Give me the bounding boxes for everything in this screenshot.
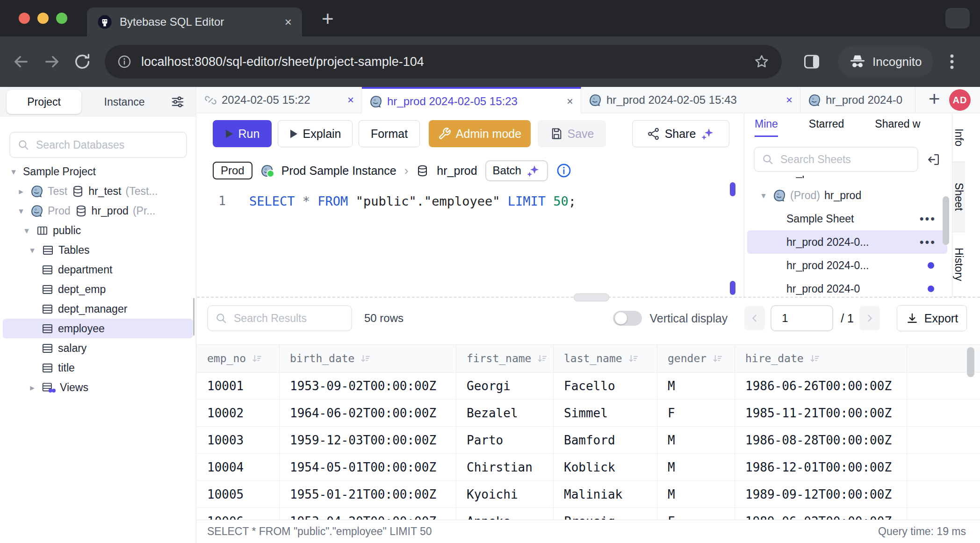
database-label: hr_test	[88, 185, 121, 198]
tree-item-salary[interactable]: salary	[3, 338, 193, 358]
next-page-button[interactable]	[859, 306, 880, 330]
browser-menu-icon[interactable]	[949, 53, 955, 70]
close-tab-icon[interactable]: ×	[285, 15, 292, 29]
editor-tab-2024-02-05-15-22[interactable]: 2024-02-05 15:22×	[197, 87, 362, 113]
prev-page-button[interactable]	[744, 306, 765, 330]
database-search[interactable]	[9, 132, 187, 158]
instance-name[interactable]: Prod Sample Instance	[281, 164, 396, 178]
tree-item-employee[interactable]: employee	[3, 319, 193, 338]
editor-scrollbar-thumb[interactable]	[730, 182, 735, 196]
table-row[interactable]: 100051955-01-21T00:00:00ZKyoichiMaliniak…	[197, 481, 980, 508]
sheet-tab-shared-w[interactable]: Shared w	[875, 118, 920, 137]
import-sheet-icon[interactable]	[926, 152, 941, 167]
sheet-tab-mine[interactable]: Mine	[755, 118, 778, 137]
side-tab-history[interactable]: History	[952, 232, 965, 297]
column-header-label: hire_date	[745, 352, 804, 364]
site-info-icon[interactable]	[117, 54, 132, 69]
sheet-tab-starred[interactable]: Starred	[809, 118, 844, 137]
editor-scrollbar-thumb-bottom[interactable]	[730, 281, 735, 295]
column-header-gender[interactable]: gender	[657, 345, 735, 372]
new-sheet-icon[interactable]: +	[929, 88, 940, 110]
sheet-item-hr-prod-2024-0[interactable]: hr_prod 2024-0...•••	[747, 230, 947, 254]
close-tab-icon[interactable]: ×	[567, 95, 573, 108]
tab-instance[interactable]: Instance	[92, 90, 157, 114]
postgres-icon	[808, 93, 821, 107]
tree-item-tables[interactable]: ▾Tables	[3, 240, 193, 260]
minimize-window-button[interactable]	[37, 13, 49, 24]
browser-tab[interactable]: Bytebase SQL Editor ×	[87, 7, 302, 36]
sheet-item-hr-prod-2024-0[interactable]: hr_prod 2024-0...	[747, 254, 947, 277]
search-databases-input[interactable]	[35, 138, 179, 152]
table-row[interactable]: 100011953-09-02T00:00:00ZGeorgiFacelloM1…	[197, 372, 980, 400]
avatar[interactable]: AD	[949, 89, 971, 111]
close-tab-icon[interactable]: ×	[786, 93, 793, 107]
side-tab-sheet[interactable]: Sheet	[952, 162, 965, 232]
reload-icon[interactable]	[73, 52, 92, 71]
sheet-item-hr-prod-2024-0[interactable]: hr_prod 2024-0...	[747, 176, 947, 184]
export-button[interactable]: Export	[897, 305, 967, 331]
filter-sliders-icon[interactable]	[171, 95, 185, 111]
table-row[interactable]: 100021964-06-02T00:00:00ZBezalelSimmelF1…	[197, 400, 980, 427]
column-header-first-name[interactable]: first_name	[456, 345, 554, 372]
admin-mode-button[interactable]: Admin mode	[429, 120, 531, 147]
editor-tab-hr-prod-2024-02-05-15-43[interactable]: hr_prod 2024-02-05 15:43×	[581, 87, 800, 113]
vertical-display-toggle[interactable]	[613, 311, 642, 326]
database-label: hr_prod	[824, 189, 861, 202]
table-scrollbar-thumb[interactable]	[967, 347, 974, 377]
side-panel-icon[interactable]	[803, 54, 820, 69]
tree-item-sample-project[interactable]: ▾Sample Project	[3, 162, 193, 181]
sql-code-area[interactable]: 1 SELECT * FROM "public"."employee" LIMI…	[197, 185, 744, 297]
panel-drag-handle[interactable]	[574, 293, 609, 301]
tree-item-public[interactable]: ▾public	[3, 221, 193, 240]
sheet-item-sample-sheet[interactable]: Sample Sheet•••	[747, 207, 947, 230]
share-button[interactable]: Share	[632, 120, 729, 147]
maximize-window-button[interactable]	[56, 13, 67, 24]
explain-button[interactable]: Explain	[278, 120, 353, 147]
bookmark-star-icon[interactable]	[754, 54, 770, 70]
run-button[interactable]: Run	[213, 120, 272, 147]
column-header-hire-date[interactable]: hire_date	[735, 345, 907, 372]
results-search[interactable]	[207, 305, 352, 331]
tree-item-dept-manager[interactable]: dept_manager	[3, 299, 193, 319]
tab-project[interactable]: Project	[7, 90, 81, 114]
format-button[interactable]: Format	[359, 120, 420, 147]
column-header-emp-no[interactable]: emp_no	[197, 345, 280, 372]
editor-tabbar: 2024-02-05 15:22×hr_prod 2024-02-05 15:2…	[197, 87, 980, 113]
database-name[interactable]: hr_prod	[437, 164, 477, 178]
side-tab-info[interactable]: Info	[952, 113, 965, 162]
save-button[interactable]: Save	[538, 120, 606, 147]
forward-icon[interactable]	[42, 52, 62, 71]
back-icon[interactable]	[11, 52, 31, 71]
batch-button[interactable]: Batch	[485, 160, 548, 181]
tab-search-chevron-button[interactable]	[945, 8, 970, 29]
sheet-item-hr-prod-2024-0[interactable]: hr_prod 2024-0	[747, 277, 947, 297]
tree-item-title[interactable]: title	[3, 358, 193, 378]
sheet-group-hr-prod[interactable]: ▾(Prod)hr_prod	[747, 184, 947, 207]
tree-item-views[interactable]: ▸Views	[3, 378, 193, 397]
more-options-icon[interactable]: •••	[920, 212, 936, 226]
close-tab-icon[interactable]: ×	[347, 93, 354, 107]
editor-tab-hr-prod-2024-0[interactable]: hr_prod 2024-0	[800, 87, 915, 113]
column-header-birth-date[interactable]: birth_date	[280, 345, 456, 372]
editor-tab-hr-prod-2024-02-05-15-23[interactable]: hr_prod 2024-02-05 15:23×	[362, 87, 581, 114]
search-results-input[interactable]	[233, 312, 344, 325]
column-header-last-name[interactable]: last_name	[554, 345, 657, 372]
search-sheets-input[interactable]	[779, 153, 910, 166]
tree-item-hr-prod[interactable]: ▾Prodhr_prod(Pr...	[3, 201, 193, 221]
tree-item-hr-test[interactable]: ▸Testhr_test(Test...	[3, 181, 193, 201]
address-bar[interactable]: localhost:8080/sql-editor/sheet/project-…	[105, 45, 782, 79]
incognito-label: Incognito	[872, 55, 922, 69]
table-row[interactable]: 100061953-04-20T00:00:00ZAnnekePreusigF1…	[197, 508, 980, 521]
table-row[interactable]: 100031959-12-03T00:00:00ZPartoBamfordM19…	[197, 427, 980, 454]
tree-item-department[interactable]: department	[3, 260, 193, 279]
new-tab-button[interactable]: +	[322, 9, 334, 28]
tree-item-dept-emp[interactable]: dept_emp	[3, 279, 193, 299]
more-options-icon[interactable]: •••	[920, 236, 936, 249]
sheet-list-scrollbar[interactable]	[943, 196, 949, 245]
page-number-input[interactable]	[781, 311, 832, 325]
close-window-button[interactable]	[19, 13, 30, 24]
table-row[interactable]: 100041954-05-01T00:00:00ZChirstianKoblic…	[197, 454, 980, 481]
info-icon[interactable]	[556, 163, 572, 179]
sheet-search[interactable]	[754, 147, 918, 172]
results-toolbar: 50 rows Vertical display / 1 Export	[197, 303, 980, 334]
